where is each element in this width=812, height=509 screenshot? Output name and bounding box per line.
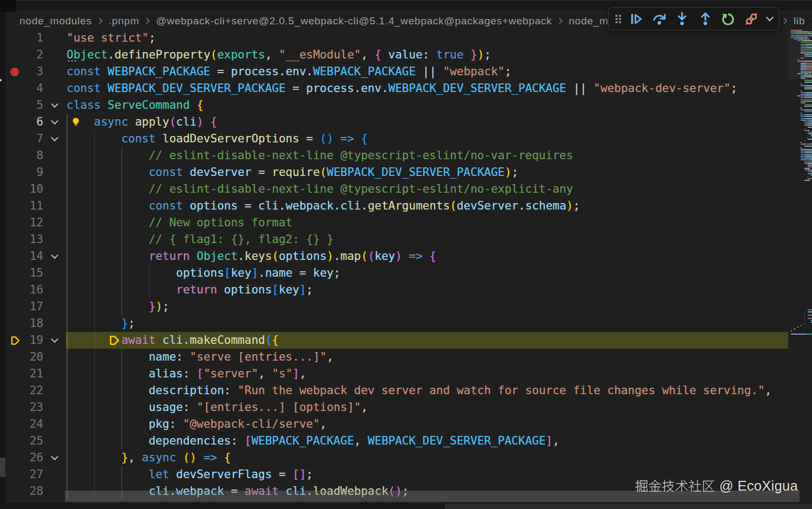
glyph-margin[interactable] xyxy=(6,80,25,97)
line-number[interactable]: 13 xyxy=(25,231,43,248)
fold-chevron-icon[interactable] xyxy=(43,248,66,265)
glyph-margin[interactable] xyxy=(6,282,25,298)
glyph-margin[interactable] xyxy=(6,97,25,114)
breadcrumb-item[interactable]: node_modules xyxy=(19,15,92,27)
line-number[interactable]: 18 xyxy=(25,315,43,332)
code-content[interactable]: options[key].name = key; xyxy=(66,265,788,282)
code-content[interactable]: }); xyxy=(66,298,788,315)
continue-button[interactable] xyxy=(625,9,648,29)
glyph-margin[interactable] xyxy=(6,130,25,147)
more-actions-button[interactable] xyxy=(763,9,777,29)
breadcrumb-item[interactable]: @webpack-cli+serve@2.0.5_webpack-cli@5.1… xyxy=(156,15,552,27)
line-number[interactable]: 14 xyxy=(25,248,43,265)
line-number[interactable]: 3 xyxy=(25,63,43,80)
line-number[interactable]: 1 xyxy=(25,30,43,47)
line-number[interactable]: 26 xyxy=(25,449,43,466)
line-number[interactable]: 8 xyxy=(25,147,43,164)
glyph-margin[interactable] xyxy=(6,114,25,130)
glyph-margin[interactable] xyxy=(6,349,25,366)
code-content[interactable]: description: "Run the webpack dev server… xyxy=(66,382,788,399)
code-content[interactable]: // eslint-disable-next-line @typescript-… xyxy=(66,147,788,164)
code-content[interactable]: usage: "[entries...] [options]", xyxy=(66,399,788,416)
line-number[interactable]: 17 xyxy=(25,298,43,315)
line-number[interactable]: 22 xyxy=(25,382,43,399)
glyph-margin[interactable] xyxy=(6,47,25,63)
line-number[interactable]: 19 xyxy=(25,332,43,349)
fold-chevron-icon[interactable] xyxy=(43,130,66,147)
code-content[interactable]: name: "serve [entries...]", xyxy=(66,349,788,366)
line-number[interactable]: 27 xyxy=(25,466,43,483)
code-content[interactable]: }; xyxy=(66,315,788,332)
line-number[interactable]: 4 xyxy=(25,80,43,97)
code-content[interactable]: "use strict"; xyxy=(66,30,788,47)
line-number[interactable]: 21 xyxy=(25,366,43,382)
step-over-button[interactable] xyxy=(648,9,671,29)
glyph-margin[interactable] xyxy=(6,366,25,382)
code-editor[interactable]: 1"use strict";2Object.defineProperty(exp… xyxy=(6,30,812,509)
glyph-margin[interactable] xyxy=(6,30,25,47)
fold-chevron-icon[interactable] xyxy=(43,114,66,130)
glyph-margin[interactable] xyxy=(6,63,25,80)
glyph-margin[interactable] xyxy=(6,164,25,181)
code-content[interactable]: await cli.makeCommand({ xyxy=(66,332,788,349)
fold-chevron-icon[interactable] xyxy=(43,332,66,349)
step-into-button[interactable] xyxy=(671,9,694,29)
line-number[interactable]: 20 xyxy=(25,349,43,366)
glyph-margin[interactable] xyxy=(6,416,25,433)
glyph-margin[interactable] xyxy=(6,399,25,416)
code-content[interactable]: const WEBPACK_PACKAGE = process.env.WEBP… xyxy=(66,63,788,80)
drag-handle[interactable] xyxy=(612,9,625,29)
code-content[interactable]: alias: ["server", "s"], xyxy=(66,366,788,382)
code-content[interactable]: Object.defineProperty(exports, "__esModu… xyxy=(66,47,788,63)
line-number[interactable]: 2 xyxy=(25,47,43,63)
breadcrumb-item[interactable]: .pnpm xyxy=(109,15,140,27)
code-content[interactable]: // eslint-disable-next-line @typescript-… xyxy=(66,181,788,198)
glyph-margin[interactable] xyxy=(6,214,25,231)
glyph-margin[interactable] xyxy=(6,248,25,265)
glyph-margin[interactable] xyxy=(6,382,25,399)
glyph-margin[interactable] xyxy=(6,466,25,483)
disconnect-button[interactable] xyxy=(740,9,763,29)
glyph-margin[interactable] xyxy=(6,147,25,164)
code-content[interactable]: const loadDevServerOptions = () => { xyxy=(66,130,788,147)
line-number[interactable]: 6 xyxy=(25,114,43,130)
code-content[interactable]: const devServer = require(WEBPACK_DEV_SE… xyxy=(66,164,788,181)
glyph-margin[interactable] xyxy=(6,483,25,500)
code-content[interactable]: async apply(cli) { xyxy=(66,114,788,130)
code-content[interactable]: class ServeCommand { xyxy=(66,97,788,114)
code-content[interactable]: }, async () => { xyxy=(66,449,788,466)
glyph-margin[interactable] xyxy=(6,181,25,198)
code-content[interactable]: // New options format xyxy=(66,214,788,231)
line-number[interactable]: 15 xyxy=(25,265,43,282)
glyph-margin[interactable] xyxy=(6,231,25,248)
fold-chevron-icon[interactable] xyxy=(43,449,66,466)
glyph-margin[interactable] xyxy=(6,298,25,315)
restart-button[interactable] xyxy=(717,9,740,29)
code-content[interactable]: return Object.keys(options).map((key) =>… xyxy=(66,248,788,265)
code-content[interactable]: dependencies: [WEBPACK_PACKAGE, WEBPACK_… xyxy=(66,433,788,449)
line-number[interactable]: 5 xyxy=(25,97,43,114)
glyph-margin[interactable] xyxy=(6,265,25,282)
line-number[interactable]: 16 xyxy=(25,282,43,298)
code-content[interactable]: // { flag1: {}, flag2: {} } xyxy=(66,231,788,248)
line-number[interactable]: 12 xyxy=(25,214,43,231)
line-number[interactable]: 7 xyxy=(25,130,43,147)
line-number[interactable]: 25 xyxy=(25,433,43,449)
code-content[interactable]: pkg: "@webpack-cli/serve", xyxy=(66,416,788,433)
line-number[interactable]: 9 xyxy=(25,164,43,181)
line-number[interactable]: 23 xyxy=(25,399,43,416)
breakpoint-icon[interactable] xyxy=(10,68,19,76)
fold-chevron-icon[interactable] xyxy=(43,97,66,114)
lightbulb-icon[interactable] xyxy=(70,116,81,130)
line-number[interactable]: 28 xyxy=(25,483,43,500)
breadcrumb-item[interactable]: lib xyxy=(794,15,805,27)
minimap[interactable]: "use strict";Object.defineProperty(expor… xyxy=(788,30,812,509)
glyph-margin[interactable] xyxy=(6,315,25,332)
sidebar-scrollbar-thumb[interactable] xyxy=(0,458,5,477)
code-content[interactable]: const options = cli.webpack.cli.getArgum… xyxy=(66,198,788,214)
glyph-margin[interactable] xyxy=(6,449,25,466)
code-content[interactable]: const WEBPACK_DEV_SERVER_PACKAGE = proce… xyxy=(66,80,788,97)
glyph-margin[interactable] xyxy=(6,332,25,349)
glyph-margin[interactable] xyxy=(6,433,25,449)
step-out-button[interactable] xyxy=(694,9,717,29)
